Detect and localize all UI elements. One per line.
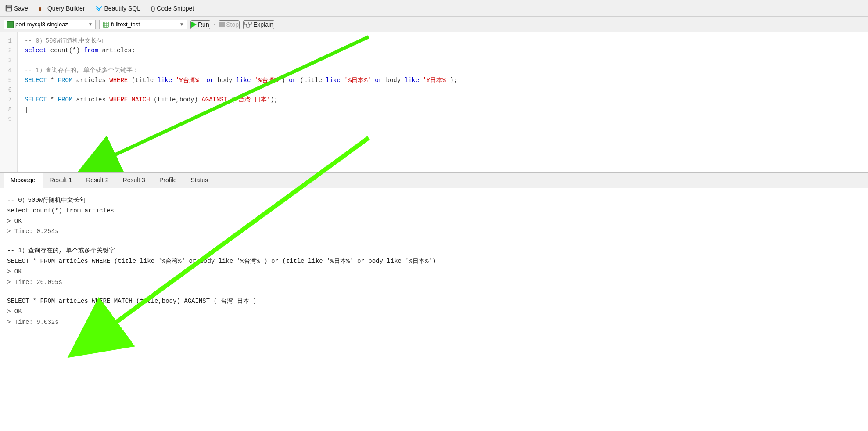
tab-message[interactable]: Message — [4, 173, 43, 188]
database-icon — [102, 21, 109, 28]
svg-rect-3 — [39, 7, 41, 11]
tabs-bar: Message Result 1 Result 2 Result 3 Profi… — [0, 173, 868, 188]
connection-chevron-icon: ▼ — [88, 22, 93, 27]
stop-button[interactable]: Stop — [219, 20, 240, 29]
editor-area[interactable]: 1 2 3 4 5 6 7 8 9 -- 0）500W行随机中文长句 selec… — [0, 32, 868, 173]
save-button[interactable]: Save — [4, 4, 30, 13]
code-snippet-icon: () — [151, 5, 155, 12]
tab-result2[interactable]: Result 2 — [79, 173, 115, 188]
message-section-1: -- 0）500W行随机中文长句 select count(*) from ar… — [7, 195, 861, 237]
connection-icon — [7, 21, 14, 28]
tab-profile[interactable]: Profile — [152, 173, 184, 188]
svg-rect-4 — [39, 7, 41, 8]
code-editor[interactable]: -- 0）500W行随机中文长句 select count(*) from ar… — [18, 32, 868, 172]
svg-rect-1 — [7, 5, 11, 7]
message-content: -- 0）500W行随机中文长句 select count(*) from ar… — [0, 188, 868, 431]
line-numbers: 1 2 3 4 5 6 7 8 9 — [0, 32, 18, 172]
connection-bar: perf-mysql8-singleaz ▼ fulltext_test ▼ R… — [0, 17, 868, 32]
beautify-sql-button[interactable]: Beautify SQL — [94, 4, 143, 13]
query-builder-button[interactable]: Query Builder — [37, 4, 87, 13]
explain-button[interactable]: Explain — [243, 20, 274, 29]
svg-rect-5 — [103, 22, 108, 27]
main-container: 1 2 3 4 5 6 7 8 9 -- 0）500W行随机中文长句 selec… — [0, 32, 868, 431]
svg-rect-2 — [7, 8, 11, 11]
run-icon — [191, 22, 197, 28]
tab-status[interactable]: Status — [184, 173, 215, 188]
database-selector[interactable]: fulltext_test ▼ — [99, 20, 187, 29]
message-section-3: SELECT * FROM articles WHERE MATCH (titl… — [7, 296, 861, 327]
run-controls: Run • Stop Explain — [190, 20, 274, 29]
svg-rect-10 — [244, 22, 247, 24]
explain-icon — [244, 22, 252, 28]
stop-icon — [219, 22, 225, 27]
toolbar: Save Query Builder Beautify SQL () Code … — [0, 0, 868, 17]
beautify-sql-icon — [96, 5, 103, 12]
svg-rect-12 — [247, 25, 249, 27]
message-section-2: -- 1）查询存在的, 单个或多个关键字： SELECT * FROM arti… — [7, 246, 861, 287]
results-panel: Message Result 1 Result 2 Result 3 Profi… — [0, 173, 868, 431]
query-builder-icon — [39, 5, 46, 12]
connection-selector[interactable]: perf-mysql8-singleaz ▼ — [4, 20, 96, 29]
tab-result3[interactable]: Result 3 — [116, 173, 152, 188]
svg-rect-11 — [249, 22, 251, 24]
separator: • — [214, 22, 215, 27]
run-button[interactable]: Run — [190, 20, 210, 29]
code-snippet-button[interactable]: () Code Snippet — [149, 4, 196, 13]
database-chevron-icon: ▼ — [179, 22, 184, 27]
tab-result1[interactable]: Result 1 — [43, 173, 79, 188]
save-icon — [5, 5, 12, 12]
